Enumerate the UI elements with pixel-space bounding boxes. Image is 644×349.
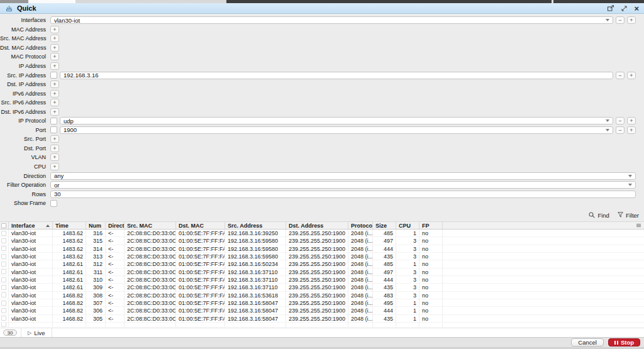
show-frame-checkbox[interactable] xyxy=(50,200,57,207)
port-remove-button[interactable]: − xyxy=(616,126,625,134)
direction-select[interactable]: any xyxy=(50,172,636,180)
form-row-interfaces: Interfacesvlan30-iot−+ xyxy=(0,16,644,25)
mac-address-add-button[interactable]: + xyxy=(50,26,59,33)
column-header-size[interactable]: Size xyxy=(373,222,396,229)
row-checkbox[interactable] xyxy=(1,269,6,274)
cell-dst_mac: 01:00:5E:7F:FF:FA xyxy=(176,315,225,322)
src-mac-address-add-button[interactable]: + xyxy=(50,35,59,42)
row-checkbox[interactable] xyxy=(1,238,6,243)
table-row[interactable]: vlan30-iot1482.61312<-2C:08:8C:D0:33:0C0… xyxy=(0,260,644,268)
ip-protocol-add-button[interactable]: + xyxy=(627,117,636,125)
cell-fp: no xyxy=(419,237,443,244)
table-row[interactable]: vlan30-iot1482.61311<-2C:08:8C:D0:33:0C0… xyxy=(0,269,644,276)
port-add-button[interactable]: + xyxy=(627,126,636,134)
row-checkbox[interactable] xyxy=(1,308,6,313)
row-checkbox[interactable] xyxy=(1,277,6,282)
cell-direction: <- xyxy=(106,284,125,291)
cancel-button[interactable]: Cancel xyxy=(571,338,604,346)
src-ip-address-add-button[interactable]: + xyxy=(627,72,636,79)
dst-port-add-button[interactable]: + xyxy=(50,145,59,152)
interfaces-add-button[interactable]: + xyxy=(627,16,636,24)
column-header-fp[interactable]: FP xyxy=(419,222,443,229)
table-row[interactable]: vlan30-iot1483.62315<-2C:08:8C:D0:33:0C0… xyxy=(0,237,644,245)
column-header-src_mac[interactable]: Src. MAC xyxy=(125,222,176,229)
table-row[interactable]: vlan30-iot1482.61309<-2C:08:8C:D0:33:0C0… xyxy=(0,284,644,291)
stop-button[interactable]: Stop xyxy=(608,338,640,346)
dst-ipv6-address-add-button[interactable]: + xyxy=(50,108,59,116)
cell-direction: <- xyxy=(106,245,125,252)
filter-button[interactable]: Filter xyxy=(618,212,639,219)
row-checkbox[interactable] xyxy=(1,254,6,259)
port-select[interactable]: 1900 xyxy=(60,126,613,134)
close-icon[interactable]: × xyxy=(634,5,639,12)
column-header-num[interactable]: Num xyxy=(86,222,106,229)
table-row[interactable]: vlan30-iot1483.62313<-2C:08:8C:D0:33:0C0… xyxy=(0,253,644,260)
form-row-src-port: Src. Port+ xyxy=(0,135,644,144)
cell-dst_address: 239.255.255.250:1900 xyxy=(286,269,348,275)
src-ip-address-remove-button[interactable]: − xyxy=(616,72,625,79)
filter-operation-select[interactable]: or xyxy=(50,181,636,189)
table-row[interactable]: vlan30-iot1468.82307<-2C:08:8C:D0:33:0C0… xyxy=(0,299,644,307)
row-checkbox[interactable] xyxy=(1,262,6,267)
column-header-cpu[interactable]: CPU xyxy=(396,222,419,229)
mac-protocol-add-button[interactable]: + xyxy=(50,53,59,60)
find-button[interactable]: Find xyxy=(589,212,609,219)
field-label-rows: Rows xyxy=(0,191,46,197)
port-checkbox[interactable] xyxy=(50,126,57,133)
select-all-checkbox[interactable] xyxy=(1,223,6,228)
cell-time: 1482.61 xyxy=(53,276,86,283)
ip-address-add-button[interactable]: + xyxy=(50,62,59,70)
field-label-ipv6-address: IPv6 Address xyxy=(0,91,46,97)
find-label: Find xyxy=(597,212,609,219)
titlebar[interactable]: Quick × xyxy=(0,3,644,14)
column-header-src_address[interactable]: Src. Address xyxy=(225,222,286,229)
dst-ip-address-add-button[interactable]: + xyxy=(50,80,59,88)
dst-mac-address-add-button[interactable]: + xyxy=(50,44,59,52)
table-row[interactable]: vlan30-iot1483.62314<-2C:08:8C:D0:33:0C0… xyxy=(0,245,644,253)
ipv6-address-add-button[interactable]: + xyxy=(50,90,59,97)
ip-protocol-remove-button[interactable]: − xyxy=(616,117,625,125)
live-button[interactable]: ▷ Live xyxy=(28,330,45,336)
ip-protocol-checkbox[interactable] xyxy=(50,118,57,125)
interfaces-remove-button[interactable]: − xyxy=(616,16,625,24)
cell-fp: no xyxy=(419,230,443,236)
table-row[interactable]: vlan30-iot1483.62316<-2C:08:8C:D0:33:0C0… xyxy=(0,230,644,237)
row-checkbox[interactable] xyxy=(1,246,6,251)
column-header-protocol[interactable]: Protocol xyxy=(348,222,373,229)
cpu-add-button[interactable]: + xyxy=(50,163,59,170)
row-checkbox[interactable] xyxy=(1,316,6,321)
ip-protocol-select[interactable]: udp xyxy=(60,117,613,125)
rows-input[interactable]: 30 xyxy=(50,191,636,198)
column-header-time[interactable]: Time xyxy=(53,222,86,229)
vlan-add-button[interactable]: + xyxy=(50,153,59,161)
src-ip-address-checkbox[interactable] xyxy=(50,72,57,79)
cell-interface: vlan30-iot xyxy=(9,307,53,314)
table-row[interactable]: vlan30-iot1482.61310<-2C:08:8C:D0:33:0C0… xyxy=(0,276,644,284)
cell-src_mac: 2C:08:8C:D0:33:0C xyxy=(125,292,176,299)
column-header-direction[interactable]: Direct... xyxy=(106,222,125,229)
resize-icon[interactable] xyxy=(621,6,627,11)
column-settings-icon[interactable] xyxy=(636,224,641,227)
row-checkbox[interactable] xyxy=(1,292,6,297)
table-row[interactable]: vlan30-iot1468.82305<-2C:08:8C:D0:33:0C0… xyxy=(0,315,644,323)
column-header-dst_mac[interactable]: Dst. MAC xyxy=(176,222,225,229)
src-ipv6-address-add-button[interactable]: + xyxy=(50,99,59,106)
column-header-dst_address[interactable]: Dst. Address xyxy=(286,222,348,229)
column-header-interface[interactable]: Interface xyxy=(9,222,53,229)
popout-icon[interactable] xyxy=(608,5,614,11)
table-row[interactable]: vlan30-iot1468.82308<-2C:08:8C:D0:33:0C0… xyxy=(0,292,644,299)
interfaces-select[interactable]: vlan30-iot xyxy=(50,16,613,24)
cell-fp: no xyxy=(419,299,443,306)
cell-size: 483 xyxy=(373,292,396,299)
src-port-add-button[interactable]: + xyxy=(50,135,59,143)
src-ip-address-input[interactable]: 192.168.3.16 xyxy=(60,72,613,79)
row-checkbox[interactable] xyxy=(1,231,6,236)
cell-dst_address: 239.255.255.250:1900 xyxy=(286,299,348,306)
row-checkbox[interactable] xyxy=(1,285,6,290)
table-row[interactable]: vlan30-iot1468.82306<-2C:08:8C:D0:33:0C0… xyxy=(0,307,644,314)
cell-interface: vlan30-iot xyxy=(9,245,53,252)
form-row-dst-port: Dst. Port+ xyxy=(0,144,644,153)
row-checkbox[interactable] xyxy=(1,301,6,306)
cell-dst_address: 239.255.255.250:1900 xyxy=(286,276,348,283)
table-statusbar: 30 ▷ Live xyxy=(0,328,644,337)
